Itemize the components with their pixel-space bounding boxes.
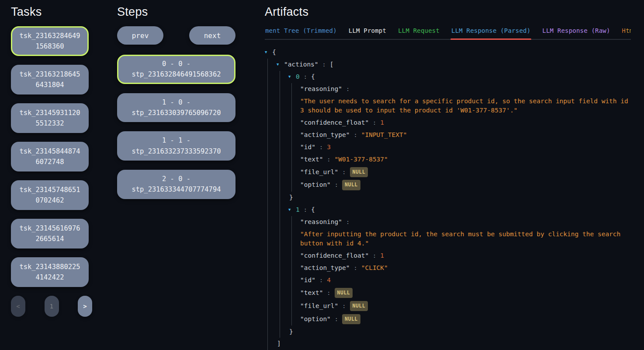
- json-colon: :: [315, 276, 327, 284]
- json-key: "action_type": [300, 131, 350, 138]
- tasks-title: Tasks: [11, 5, 89, 19]
- json-row: "id" : 3: [265, 141, 632, 154]
- json-row: "text" : "W01-377-8537": [265, 154, 632, 166]
- indent-guide: [280, 262, 280, 274]
- task-button[interactable]: tsk_231458448746072748: [11, 142, 89, 172]
- indent-guide: [291, 274, 292, 287]
- indent-guide: [280, 83, 280, 95]
- json-string-value: "CLICK": [361, 264, 388, 271]
- indent-guide: [280, 300, 280, 313]
- json-key: "file_url": [300, 302, 338, 309]
- json-punct: }: [289, 328, 293, 335]
- json-string-value: "After inputting the product id, the sea…: [300, 231, 620, 247]
- json-null-badge: NULL: [342, 180, 360, 190]
- json-colon: :: [369, 119, 380, 126]
- indent-guide: [291, 228, 292, 250]
- json-key: "id": [300, 276, 315, 284]
- step-button[interactable]: 2 - 0 - stp_231633344707774794: [117, 170, 235, 199]
- json-colon: :: [300, 73, 311, 80]
- json-number-value: 4: [327, 276, 331, 284]
- indent-guide: [267, 338, 268, 350]
- json-number-value: 1: [380, 252, 384, 259]
- json-punct: {: [311, 73, 315, 80]
- json-key: "reasoning": [300, 85, 342, 92]
- task-button[interactable]: tsk_231632186456431804: [11, 65, 89, 94]
- json-toggle-arrow[interactable]: ▼: [265, 48, 272, 57]
- json-toggle-arrow[interactable]: ▼: [288, 205, 296, 215]
- json-colon: :: [342, 218, 350, 225]
- json-row: ▼"actions" : [: [265, 59, 632, 71]
- json-null-badge: NULL: [350, 301, 368, 312]
- json-row: "After inputting the product id, the sea…: [265, 228, 632, 250]
- json-colon: :: [338, 168, 350, 175]
- task-button-label: tsk_231632846491568360: [18, 31, 82, 52]
- json-row: ▼1 : {: [265, 204, 632, 216]
- json-colon: :: [323, 156, 334, 163]
- json-colon: :: [338, 302, 350, 309]
- task-button[interactable]: tsk_231457486510702462: [11, 180, 89, 210]
- indent-guide: [291, 250, 292, 262]
- json-row: "file_url" : NULL: [265, 165, 632, 178]
- json-row: "file_url" : NULL: [265, 300, 632, 313]
- step-list: 0 - 0 - stp_2316328464915683621 - 0 - st…: [117, 55, 235, 199]
- indent-guide: [267, 59, 268, 71]
- pagination-prev-button[interactable]: <: [11, 296, 25, 317]
- indent-guide: [267, 83, 268, 95]
- tab-llm-response-raw[interactable]: LLM Response (Raw): [542, 27, 610, 40]
- indent-guide: [267, 117, 268, 129]
- json-punct: [: [330, 61, 334, 68]
- pagination-page-button[interactable]: 1: [45, 296, 59, 317]
- task-button[interactable]: tsk_231456169762665614: [11, 219, 89, 248]
- task-button[interactable]: tsk_231459311205512332: [11, 103, 89, 133]
- json-colon: :: [315, 144, 327, 150]
- steps-prev-button[interactable]: prev: [117, 26, 163, 45]
- pagination-next-button[interactable]: >: [78, 296, 92, 317]
- task-button-label: tsk_231459311205512332: [18, 108, 82, 129]
- json-array-index: 1: [296, 206, 300, 213]
- tab-element-tree-trimmed[interactable]: Element Tree (Trimmed): [265, 27, 337, 40]
- json-row: "option" : NULL: [265, 313, 632, 326]
- json-row: }: [265, 326, 632, 338]
- tasks-pagination: < 1 >: [11, 296, 92, 317]
- json-colon: :: [331, 181, 342, 188]
- json-colon: :: [350, 131, 361, 138]
- step-button[interactable]: 1 - 0 - stp_231633039765096720: [117, 93, 235, 122]
- task-button-label: tsk_231438802254142422: [18, 262, 82, 283]
- steps-panel: Steps prev next 0 - 0 - stp_231632846491…: [117, 5, 235, 208]
- tab-llm-request[interactable]: LLM Request: [398, 27, 440, 40]
- task-list: tsk_231632846491568360tsk_23163218645643…: [11, 26, 89, 287]
- tab-llm-prompt[interactable]: LLM Prompt: [349, 27, 386, 40]
- indent-guide: [280, 178, 280, 192]
- json-row: "option" : NULL: [265, 178, 632, 192]
- step-button[interactable]: 1 - 1 - stp_231633237333592370: [117, 131, 235, 161]
- json-key: "actions": [284, 61, 319, 68]
- json-toggle-arrow[interactable]: ▼: [277, 60, 284, 70]
- indent-guide: [291, 83, 292, 95]
- tab-llm-response-parsed[interactable]: LLM Response (Parsed): [451, 27, 530, 40]
- indent-guide: [267, 262, 268, 274]
- task-button[interactable]: tsk_231438802254142422: [11, 257, 89, 287]
- json-row: }: [265, 192, 632, 204]
- steps-next-button[interactable]: next: [189, 26, 235, 45]
- indent-guide: [267, 250, 268, 262]
- tab-html-raw[interactable]: Html (Raw): [622, 27, 631, 40]
- indent-guide: [267, 192, 268, 204]
- indent-guide: [267, 313, 268, 326]
- app: Tasks tsk_231632846491568360tsk_23163218…: [0, 0, 644, 350]
- json-row: "id" : 4: [265, 274, 632, 287]
- indent-guide: [280, 250, 280, 262]
- json-key: "option": [300, 315, 331, 322]
- indent-guide: [280, 141, 280, 154]
- json-colon: :: [319, 61, 330, 68]
- step-button[interactable]: 0 - 0 - stp_231632846491568362: [117, 55, 235, 84]
- indent-guide: [280, 192, 280, 204]
- indent-guide: [291, 154, 292, 166]
- artifacts-tabbar: Element Tree (Trimmed)LLM PromptLLM Requ…: [265, 26, 631, 40]
- json-null-badge: NULL: [335, 288, 353, 298]
- task-button[interactable]: tsk_231632846491568360: [11, 26, 89, 56]
- json-key: "action_type": [300, 264, 350, 271]
- json-key: "confidence_float": [300, 252, 369, 259]
- json-colon: :: [350, 264, 361, 271]
- json-toggle-arrow[interactable]: ▼: [288, 72, 296, 82]
- task-button-label: tsk_231456169762665614: [18, 223, 82, 245]
